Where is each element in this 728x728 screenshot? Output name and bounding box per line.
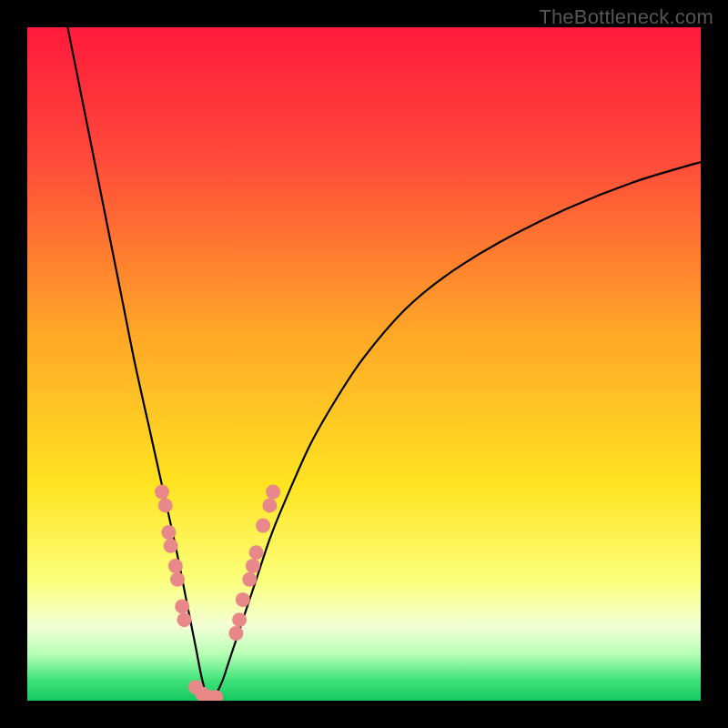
data-marker: [168, 559, 183, 573]
plot-area: [27, 27, 701, 701]
data-marker: [236, 592, 250, 607]
data-marker: [170, 572, 185, 587]
data-marker: [256, 519, 270, 533]
data-marker: [158, 498, 173, 512]
data-markers: [155, 485, 280, 701]
data-marker: [228, 626, 243, 641]
data-marker: [266, 485, 280, 500]
data-marker: [246, 559, 260, 573]
data-marker: [175, 599, 189, 613]
data-marker: [232, 612, 247, 627]
curve-layer: [27, 27, 701, 701]
data-marker: [262, 498, 277, 512]
data-marker: [242, 572, 257, 587]
data-marker: [177, 612, 191, 627]
data-marker: [249, 545, 264, 560]
chart-frame: TheBottleneck.com: [0, 0, 728, 728]
data-marker: [155, 485, 169, 500]
data-marker: [161, 525, 176, 540]
data-marker: [164, 539, 178, 553]
bottleneck-curve: [67, 27, 701, 701]
watermark-text: TheBottleneck.com: [539, 5, 713, 29]
